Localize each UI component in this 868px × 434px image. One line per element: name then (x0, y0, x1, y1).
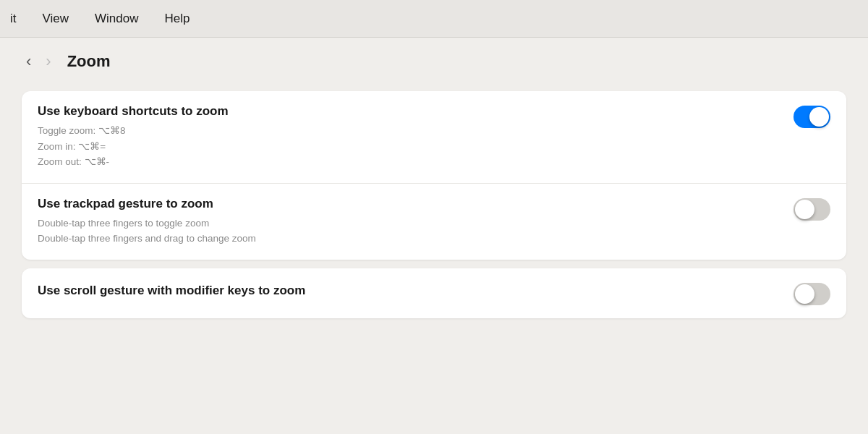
page-title: Zoom (67, 52, 111, 71)
menu-item-it[interactable]: it (6, 9, 21, 29)
trackpad-gesture-text: Use trackpad gesture to zoom Double-tap … (38, 197, 776, 247)
menu-item-help[interactable]: Help (161, 9, 195, 29)
keyboard-shortcuts-toggle[interactable] (793, 106, 830, 128)
keyboard-shortcuts-title: Use keyboard shortcuts to zoom (38, 104, 776, 119)
menu-item-view[interactable]: View (38, 9, 74, 29)
trackpad-gesture-line1: Double-tap three fingers to toggle zoom (38, 218, 209, 229)
scroll-gesture-title: Use scroll gesture with modifier keys to… (38, 284, 305, 298)
scroll-gesture-row: Use scroll gesture with modifier keys to… (22, 268, 846, 318)
trackpad-gesture-row: Use trackpad gesture to zoom Double-tap … (22, 184, 846, 260)
keyboard-shortcut-toggle-line: Toggle zoom: ⌥⌘8 (38, 125, 126, 136)
menu-bar: it View Window Help (0, 0, 868, 38)
keyboard-shortcuts-text: Use keyboard shortcuts to zoom Toggle zo… (38, 104, 776, 170)
settings-card: Use keyboard shortcuts to zoom Toggle zo… (22, 91, 846, 260)
keyboard-shortcuts-row: Use keyboard shortcuts to zoom Toggle zo… (22, 91, 846, 184)
keyboard-shortcuts-desc: Toggle zoom: ⌥⌘8 Zoom in: ⌥⌘= Zoom out: … (38, 123, 776, 170)
forward-button[interactable]: › (41, 52, 55, 71)
trackpad-gesture-toggle[interactable] (793, 198, 830, 221)
keyboard-shortcut-zoomout-line: Zoom out: ⌥⌘- (38, 156, 109, 167)
toggle-thumb (809, 107, 829, 127)
trackpad-gesture-desc: Double-tap three fingers to toggle zoom … (38, 216, 776, 247)
back-button[interactable]: ‹ (22, 52, 35, 71)
toggle-thumb-scroll (795, 284, 814, 304)
trackpad-gesture-line2: Double-tap three fingers and drag to cha… (38, 233, 256, 244)
scroll-gesture-toggle[interactable] (793, 283, 830, 305)
toggle-thumb-trackpad (795, 200, 814, 219)
menu-item-window[interactable]: Window (90, 9, 142, 29)
nav-bar: ‹ › Zoom (22, 52, 846, 71)
main-content: ‹ › Zoom Use keyboard shortcuts to zoom … (0, 38, 868, 434)
trackpad-gesture-title: Use trackpad gesture to zoom (38, 197, 776, 211)
keyboard-shortcut-zoomin-line: Zoom in: ⌥⌘= (38, 141, 106, 152)
